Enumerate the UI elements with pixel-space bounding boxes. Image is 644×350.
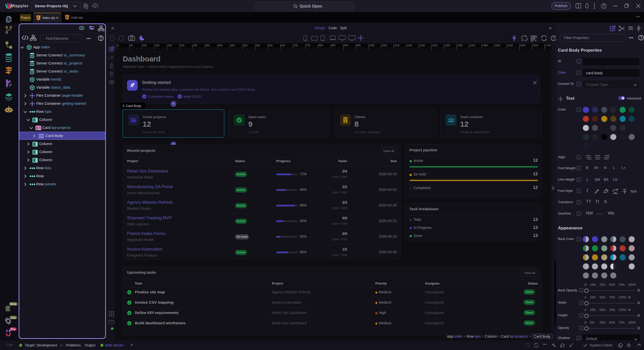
svg-text:5: 5: [38, 16, 39, 19]
svg-text:5: 5: [66, 16, 68, 19]
